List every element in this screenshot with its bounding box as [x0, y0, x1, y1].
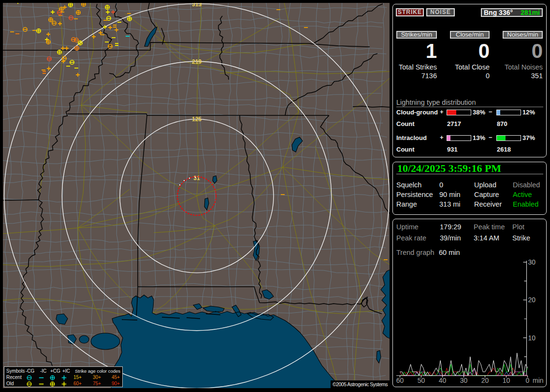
svg-text:0: 0: [526, 377, 530, 384]
svg-text:30: 30: [460, 377, 468, 384]
svg-text:min: min: [533, 377, 544, 384]
svg-text:40: 40: [439, 377, 447, 384]
svg-text:30: 30: [528, 258, 536, 266]
svg-text:10: 10: [503, 377, 510, 384]
svg-text:60: 60: [396, 377, 404, 384]
svg-text:10: 10: [528, 334, 536, 342]
svg-text:20: 20: [528, 296, 536, 304]
svg-text:20: 20: [481, 377, 489, 384]
svg-text:50: 50: [418, 377, 425, 384]
